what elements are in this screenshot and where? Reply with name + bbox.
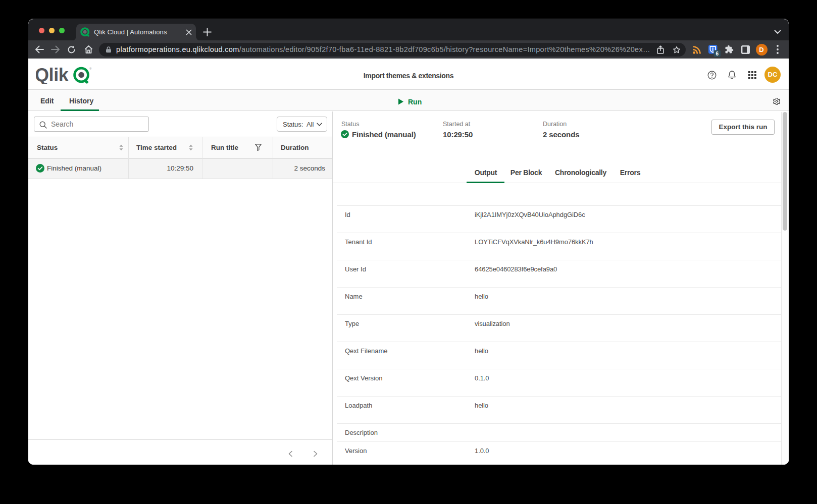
svg-text:®: ® bbox=[89, 67, 92, 70]
svg-text:6: 6 bbox=[716, 51, 719, 57]
